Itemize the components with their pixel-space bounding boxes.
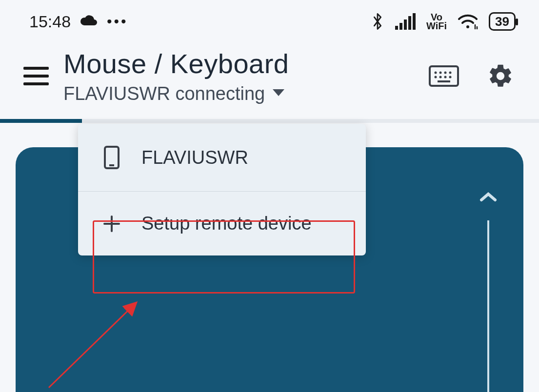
- svg-point-13: [444, 76, 447, 78]
- connection-status: FLAVIUSWR connecting: [63, 83, 265, 104]
- tab-strip: [0, 119, 539, 123]
- battery-indicator: 39: [489, 12, 516, 31]
- svg-point-11: [435, 76, 437, 78]
- battery-level: 39: [495, 14, 509, 29]
- svg-rect-6: [430, 66, 458, 86]
- status-bar: 15:48 ••• Vo WiFi 39: [0, 0, 539, 43]
- svg-point-5: [466, 25, 469, 28]
- appbar-actions: [429, 61, 516, 91]
- svg-point-7: [435, 72, 437, 74]
- svg-rect-1: [399, 23, 402, 30]
- svg-rect-4: [413, 13, 416, 30]
- menu-button[interactable]: [23, 63, 49, 89]
- settings-button[interactable]: [485, 61, 516, 91]
- device-name: FLAVIUSWR: [141, 147, 248, 168]
- more-icon: •••: [107, 13, 128, 30]
- signal-icon: [395, 13, 416, 30]
- svg-point-12: [439, 76, 442, 78]
- svg-point-9: [444, 72, 447, 74]
- svg-point-14: [449, 76, 452, 78]
- page-title: Mouse / Keyboard: [63, 48, 414, 79]
- caret-down-icon: [273, 89, 284, 99]
- bluetooth-icon: [371, 12, 384, 31]
- device-dropdown: FLAVIUSWR Setup remote device: [78, 124, 366, 255]
- vowifi-bottom: WiFi: [426, 21, 447, 30]
- tab-indicator: [0, 119, 82, 123]
- cloud-icon: [80, 15, 98, 28]
- setup-label: Setup remote device: [141, 213, 312, 234]
- wifi-icon: [458, 13, 478, 30]
- title-block: Mouse / Keyboard FLAVIUSWR connecting: [63, 48, 414, 104]
- svg-rect-3: [408, 16, 411, 30]
- keyboard-button[interactable]: [429, 61, 459, 91]
- clock-time: 15:48: [29, 12, 71, 31]
- scroll-up-icon[interactable]: [479, 191, 498, 205]
- status-left: 15:48 •••: [29, 12, 128, 31]
- status-right: Vo WiFi 39: [371, 12, 516, 31]
- svg-rect-0: [395, 26, 398, 30]
- device-item[interactable]: FLAVIUSWR: [78, 124, 366, 192]
- svg-point-10: [449, 72, 452, 74]
- vowifi-icon: Vo WiFi: [426, 13, 447, 30]
- connection-dropdown[interactable]: FLAVIUSWR connecting: [63, 83, 414, 104]
- svg-point-8: [439, 72, 442, 74]
- setup-remote-device[interactable]: Setup remote device: [78, 192, 366, 255]
- plus-icon: [101, 215, 122, 233]
- svg-rect-2: [404, 20, 407, 30]
- app-bar: Mouse / Keyboard FLAVIUSWR connecting: [0, 43, 539, 119]
- scroll-track[interactable]: [487, 220, 489, 392]
- phone-icon: [101, 145, 122, 170]
